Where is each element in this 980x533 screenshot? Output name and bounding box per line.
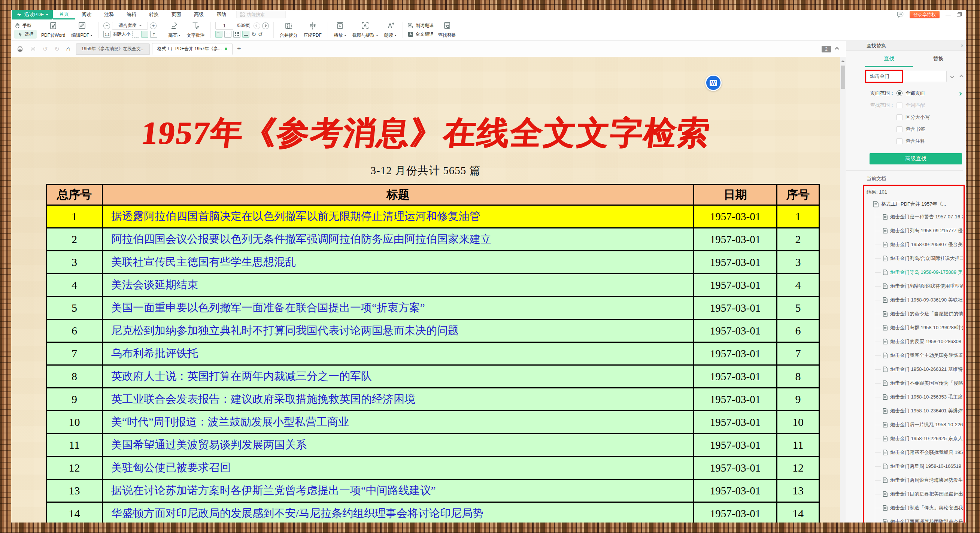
rotate-cw-icon[interactable]: ↻ <box>251 32 256 37</box>
search-input[interactable] <box>867 71 947 82</box>
home-icon[interactable]: ⌂ <box>66 45 70 53</box>
zoom-level-dropdown[interactable]: 适合宽度 <box>112 22 148 30</box>
article-link[interactable]: 美驻匈公使已被要求召回 <box>111 461 231 473</box>
tab-find[interactable]: 查找 <box>864 51 914 67</box>
save-icon[interactable] <box>30 46 36 52</box>
feedback-bubble-icon[interactable] <box>897 12 904 18</box>
single-page-layout-button[interactable] <box>215 31 223 38</box>
result-item[interactable]: 炮击金门岛群 1958-10-296288叶公 <box>875 321 963 334</box>
all-pages-radio[interactable] <box>896 90 902 96</box>
zoom-in-button[interactable]: + <box>150 22 156 29</box>
result-item[interactable]: 炮击金门 1958-10-266321 基维特到 <box>875 362 963 376</box>
read-aloud-button[interactable]: 朗读 <box>381 21 399 39</box>
article-link[interactable]: 尼克松到加纳参加独立典礼时不打算同我国代表讨论两国悬而未决的问题 <box>111 325 459 336</box>
result-item[interactable]: 炮击金门制造「停火」舆论妄图我将 <box>875 501 963 515</box>
document-tab-active[interactable]: 格式工厂PDF合并 1957年《参... <box>152 43 232 55</box>
menu-advanced[interactable]: 高级 <box>188 10 210 19</box>
tab-count-badge[interactable]: 2 <box>822 46 831 53</box>
select-tool-button[interactable]: 选择 <box>14 30 37 38</box>
word-translate-button[interactable]: 划词翻译 <box>407 21 434 30</box>
result-item[interactable]: 炮击金门 1958-09-205807 侵台美军 <box>875 237 963 251</box>
vertical-scrollbar[interactable] <box>840 57 846 522</box>
fit-width-button[interactable] <box>141 31 148 38</box>
menu-help[interactable]: 帮助 <box>210 10 232 19</box>
highlight-button[interactable]: 高亮 <box>165 21 183 39</box>
find-replace-button[interactable]: 查找替换 <box>435 21 459 39</box>
menu-pages[interactable]: 页面 <box>165 10 188 19</box>
compress-pdf-button[interactable]: 压缩PDF <box>301 21 325 39</box>
fit-page-button[interactable] <box>132 31 139 38</box>
match-case-checkbox[interactable] <box>896 114 902 120</box>
result-item[interactable]: 炮击金门后一片慌乱 1958-10-2264 <box>875 418 963 431</box>
zoom-out-button[interactable]: − <box>103 22 110 29</box>
article-link[interactable]: 美联社宣传民主德国有些学生思想混乱 <box>111 256 296 268</box>
pdf-to-word-floating-button[interactable]: W <box>705 75 722 91</box>
next-page-button[interactable] <box>262 22 269 29</box>
grid-layout-button[interactable] <box>233 31 240 38</box>
result-item[interactable]: 炮击金门是一种警告 1957-07-16 23 <box>875 210 963 224</box>
edit-pdf-button[interactable]: 编辑PDF <box>68 21 95 39</box>
article-link[interactable]: 英工业联合会发表报告：建议政府采取措施挽救英国的经济困境 <box>111 393 415 405</box>
prev-page-button[interactable] <box>253 22 260 29</box>
login-button[interactable]: 登录享特权 <box>910 11 940 18</box>
find-prev-button[interactable] <box>957 72 966 81</box>
play-button[interactable]: 播放 <box>331 21 349 39</box>
result-item[interactable]: 炮击金门两周诬蔑我国防部命令是一 <box>875 515 963 522</box>
restore-button[interactable] <box>957 13 961 16</box>
tab-replace[interactable]: 替换 <box>914 51 963 67</box>
menu-annotate[interactable]: 注释 <box>98 10 120 19</box>
collapse-toolbar-button[interactable] <box>835 46 838 52</box>
close-icon[interactable]: × <box>961 43 964 48</box>
result-item[interactable]: 炮击金门的命令是「自愿提供的情报 <box>875 307 963 321</box>
result-item[interactable]: 炮击金门/柳鹳图说我将使用重型的大 <box>875 279 963 293</box>
result-item[interactable]: 炮击金门我完全主动美国务院恼羞成 <box>875 348 963 362</box>
merge-split-button[interactable]: 合并拆分 <box>277 21 301 39</box>
fit-text-button[interactable]: T <box>150 31 157 38</box>
advanced-find-button[interactable]: 高级查找 <box>870 153 962 164</box>
article-link[interactable]: 据透露阿拉伯四国首脑决定在以色列撤军以前无限期停止清理运河和修复油管 <box>111 210 480 222</box>
result-item[interactable]: 炮击金门 1958-10-236401 美爆炸 <box>875 404 963 418</box>
article-link[interactable]: 华盛顿方面对印尼政局的发展感到不安/马尼拉条约组织理事会将讨论印尼局势 <box>111 507 484 519</box>
hand-tool-button[interactable]: 手型 <box>14 21 37 30</box>
result-item[interactable]: 炮击金门列岛/合众国际社说大担二担 <box>875 251 963 265</box>
full-translate-button[interactable]: 全文翻译 <box>407 30 434 38</box>
menu-edit[interactable]: 编辑 <box>120 10 143 19</box>
expand-range-icon[interactable] <box>959 91 961 96</box>
scroll-up-arrow-icon[interactable] <box>842 59 844 64</box>
results-root-item[interactable]: 格式工厂PDF合并 1957年《... <box>873 199 963 210</box>
actual-size-button[interactable]: 1:1 <box>103 31 110 38</box>
result-item[interactable]: 炮击金门的反应 1958-10-286308 布 <box>875 334 963 348</box>
menu-home[interactable]: 首页 <box>53 10 75 19</box>
result-item[interactable]: 炮击金门 1958-09-036190 美联社报 <box>875 293 963 307</box>
result-item[interactable]: 炮击金门两周说台湾海峡局势发生了 <box>875 473 963 487</box>
menu-convert[interactable]: 转换 <box>143 10 165 19</box>
app-logo-button[interactable]: 迅读PDF <box>12 10 53 19</box>
article-link[interactable]: 美法会谈延期结束 <box>111 278 198 291</box>
page-number-input[interactable] <box>215 22 233 30</box>
minimize-button[interactable]: — <box>945 13 951 16</box>
article-link[interactable]: 阿拉伯四国会议公报要以色列无条件撤军强调阿拉伯防务应由阿拉伯国家来建立 <box>111 233 491 245</box>
article-link[interactable]: 英政府人士说：英国打算在两年内裁减三分之一的军队 <box>111 370 372 382</box>
article-link[interactable]: 美“时代”周刊报道：波兰鼓励发展小型私营工商业 <box>111 416 349 428</box>
result-item[interactable]: 炮击金门两星周 1958-10-166519 美 <box>875 459 963 473</box>
find-next-button[interactable] <box>948 72 956 81</box>
result-item[interactable]: 炮击金门 1958-10-226425 东京人士 <box>875 431 963 445</box>
scrollbar-thumb[interactable] <box>841 65 845 89</box>
feature-search-box[interactable]: 功能搜索 <box>236 11 286 18</box>
whole-word-checkbox[interactable] <box>896 102 902 108</box>
two-page-layout-button[interactable] <box>224 31 231 38</box>
document-tab[interactable]: 1959年《参考消息》在线全文... <box>76 43 150 55</box>
print-icon[interactable] <box>17 46 23 52</box>
result-item[interactable]: 炮击金门不要跟美国宣传为「侵略」 <box>875 376 963 390</box>
pdf-to-word-button[interactable]: PDF转Word <box>38 21 68 39</box>
new-tab-button[interactable]: + <box>237 45 241 53</box>
include-bookmarks-checkbox[interactable] <box>896 126 902 132</box>
result-item[interactable]: 炮击金门蒋帮不会骚扰我船只 1958- <box>875 445 963 459</box>
continuous-layout-button[interactable] <box>242 31 250 38</box>
article-link[interactable]: 美国一面重申要以色列撤军一面准备在联合国提出一项“折衷方案” <box>111 302 425 313</box>
result-item[interactable]: 炮击金门 1958-10-256353 毛主席同 <box>875 390 963 404</box>
menu-read[interactable]: 阅读 <box>75 10 98 19</box>
result-item[interactable]: 炮击金门等岛 1958-09-175889 美 <box>875 265 963 279</box>
article-link[interactable]: 据说在讨论苏加诺方案时各伊斯兰党曾考虑提出一项“中间路线建议” <box>111 484 436 496</box>
screenshot-extract-button[interactable]: 截图与提取 <box>349 21 381 39</box>
